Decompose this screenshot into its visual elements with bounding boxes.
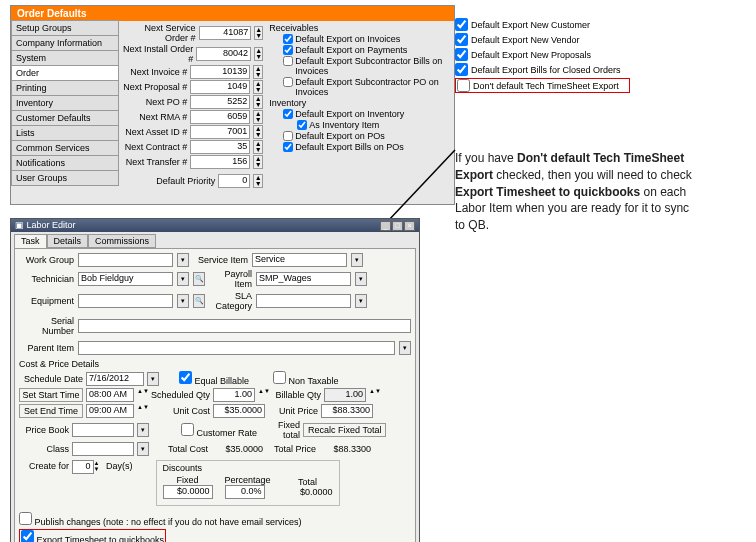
schedule-date-input[interactable]: 7/16/2012 xyxy=(86,372,144,386)
next-po-input[interactable]: 5252 xyxy=(190,95,250,109)
dont-default-timesheet-checkbox[interactable] xyxy=(457,79,470,92)
set-start-time-button[interactable]: Set Start Time xyxy=(19,388,83,402)
next-proposal-input[interactable]: 1049 xyxy=(190,80,250,94)
stepper-icon[interactable]: ▲▼ xyxy=(137,404,147,418)
sla-input[interactable] xyxy=(256,294,351,308)
next-invoice-input[interactable]: 10139 xyxy=(190,65,250,79)
setup-sidebar: Setup Groups Company Information System … xyxy=(11,20,119,185)
publish-changes-checkbox[interactable] xyxy=(19,512,32,525)
start-time-input[interactable]: 08:00 AM xyxy=(86,388,134,402)
export-new-vendor-checkbox[interactable] xyxy=(455,33,468,46)
sidebar-lists[interactable]: Lists xyxy=(11,125,119,141)
stepper-icon[interactable]: ▲▼ xyxy=(253,155,263,169)
next-service-order-input[interactable]: 41087 xyxy=(199,26,252,40)
next-rma-input[interactable]: 6059 xyxy=(190,110,250,124)
stepper-icon[interactable]: ▲▼ xyxy=(94,460,104,474)
default-export-inventory-checkbox[interactable] xyxy=(283,109,293,119)
sidebar-company-info[interactable]: Company Information xyxy=(11,35,119,51)
equipment-input[interactable] xyxy=(78,294,173,308)
non-taxable-checkbox[interactable] xyxy=(273,371,286,384)
next-transfer-input[interactable]: 156 xyxy=(190,155,250,169)
parent-label: Parent Item xyxy=(19,343,74,353)
payroll-item-input[interactable]: SMP_Wages xyxy=(256,272,351,286)
tab-details[interactable]: Details xyxy=(47,234,89,248)
next-po-label: Next PO # xyxy=(146,97,188,107)
default-export-invoices-checkbox[interactable] xyxy=(283,34,293,44)
default-priority-input[interactable]: 0 xyxy=(218,174,250,188)
stepper-icon[interactable]: ▲▼ xyxy=(253,65,263,79)
stepper-icon[interactable]: ▲▼ xyxy=(253,140,263,154)
unit-cost-input[interactable]: $35.0000 xyxy=(213,404,265,418)
fixed-input[interactable]: $0.0000 xyxy=(163,485,213,499)
publish-changes-label: Publish changes (note : no effect if you… xyxy=(35,517,302,527)
serial-input[interactable] xyxy=(78,319,411,333)
stepper-icon[interactable]: ▲▼ xyxy=(137,388,147,402)
maximize-icon[interactable]: □ xyxy=(392,221,403,231)
export-timesheet-checkbox[interactable] xyxy=(21,530,34,542)
default-export-bills-pos-checkbox[interactable] xyxy=(283,142,293,152)
default-export-sub-po-checkbox[interactable] xyxy=(283,77,293,87)
sidebar-setup-groups[interactable]: Setup Groups xyxy=(11,20,119,36)
next-asset-id-input[interactable]: 7001 xyxy=(190,125,250,139)
stepper-icon[interactable]: ▲▼ xyxy=(254,47,263,61)
class-input[interactable] xyxy=(72,442,134,456)
stepper-icon[interactable]: ▲▼ xyxy=(253,95,263,109)
tab-commissions[interactable]: Commissions xyxy=(88,234,156,248)
service-item-input[interactable]: Service xyxy=(252,253,347,267)
dropdown-icon[interactable]: ▾ xyxy=(177,272,189,286)
scheduled-qty-input[interactable]: 1.00 xyxy=(213,388,255,402)
sidebar-user-groups[interactable]: User Groups xyxy=(11,170,119,186)
stepper-icon[interactable]: ▲▼ xyxy=(258,388,268,402)
sidebar-order[interactable]: Order xyxy=(11,65,119,81)
end-time-input[interactable]: 09:00 AM xyxy=(86,404,134,418)
billable-qty-input[interactable]: 1.00 xyxy=(324,388,366,402)
stepper-icon[interactable]: ▲▼ xyxy=(369,388,379,402)
close-icon[interactable]: × xyxy=(404,221,415,231)
default-export-sub-bills-checkbox[interactable] xyxy=(283,56,293,66)
stepper-icon[interactable]: ▲▼ xyxy=(254,26,263,40)
technician-input[interactable]: Bob Fieldguy xyxy=(78,272,173,286)
dropdown-icon[interactable]: ▾ xyxy=(137,423,149,437)
sidebar-customer-defaults[interactable]: Customer Defaults xyxy=(11,110,119,126)
stepper-icon[interactable]: ▲▼ xyxy=(253,174,263,188)
price-book-input[interactable] xyxy=(72,423,134,437)
default-export-payments-checkbox[interactable] xyxy=(283,45,293,55)
customer-rate-checkbox[interactable] xyxy=(181,423,194,436)
search-icon[interactable]: 🔍 xyxy=(193,272,205,286)
equal-billable-checkbox[interactable] xyxy=(179,371,192,384)
stepper-icon[interactable]: ▲▼ xyxy=(253,110,263,124)
dropdown-icon[interactable]: ▾ xyxy=(147,372,159,386)
sidebar-inventory[interactable]: Inventory xyxy=(11,95,119,111)
set-end-time-button[interactable]: Set End Time xyxy=(19,404,83,418)
as-inventory-item-checkbox[interactable] xyxy=(297,120,307,130)
dropdown-icon[interactable]: ▾ xyxy=(399,341,411,355)
create-for-input[interactable]: 0 xyxy=(72,460,94,474)
parent-input[interactable] xyxy=(78,341,395,355)
default-export-pos-checkbox[interactable] xyxy=(283,131,293,141)
stepper-icon[interactable]: ▲▼ xyxy=(253,125,263,139)
export-new-customer-checkbox[interactable] xyxy=(455,18,468,31)
dropdown-icon[interactable]: ▾ xyxy=(351,253,363,267)
dropdown-icon[interactable]: ▾ xyxy=(137,442,149,456)
unit-price-input[interactable]: $88.3300 xyxy=(321,404,373,418)
labor-editor-titlebar[interactable]: ▣ Labor Editor _□× xyxy=(11,219,419,232)
sidebar-common-services[interactable]: Common Services xyxy=(11,140,119,156)
recalc-fixed-total-button[interactable]: Recalc Fixed Total xyxy=(303,423,386,437)
dropdown-icon[interactable]: ▾ xyxy=(177,294,189,308)
sidebar-system[interactable]: System xyxy=(11,50,119,66)
sidebar-notifications[interactable]: Notifications xyxy=(11,155,119,171)
next-install-order-input[interactable]: 80042 xyxy=(196,47,251,61)
dropdown-icon[interactable]: ▾ xyxy=(355,272,367,286)
stepper-icon[interactable]: ▲▼ xyxy=(253,80,263,94)
tab-task[interactable]: Task xyxy=(14,234,47,248)
dropdown-icon[interactable]: ▾ xyxy=(355,294,367,308)
work-group-input[interactable] xyxy=(78,253,173,267)
next-contract-input[interactable]: 35 xyxy=(190,140,250,154)
export-bills-closed-checkbox[interactable] xyxy=(455,63,468,76)
export-new-proposals-checkbox[interactable] xyxy=(455,48,468,61)
dropdown-icon[interactable]: ▾ xyxy=(177,253,189,267)
search-icon[interactable]: 🔍 xyxy=(193,294,205,308)
minimize-icon[interactable]: _ xyxy=(380,221,391,231)
percentage-input[interactable]: 0.0% xyxy=(225,485,265,499)
sidebar-printing[interactable]: Printing xyxy=(11,80,119,96)
